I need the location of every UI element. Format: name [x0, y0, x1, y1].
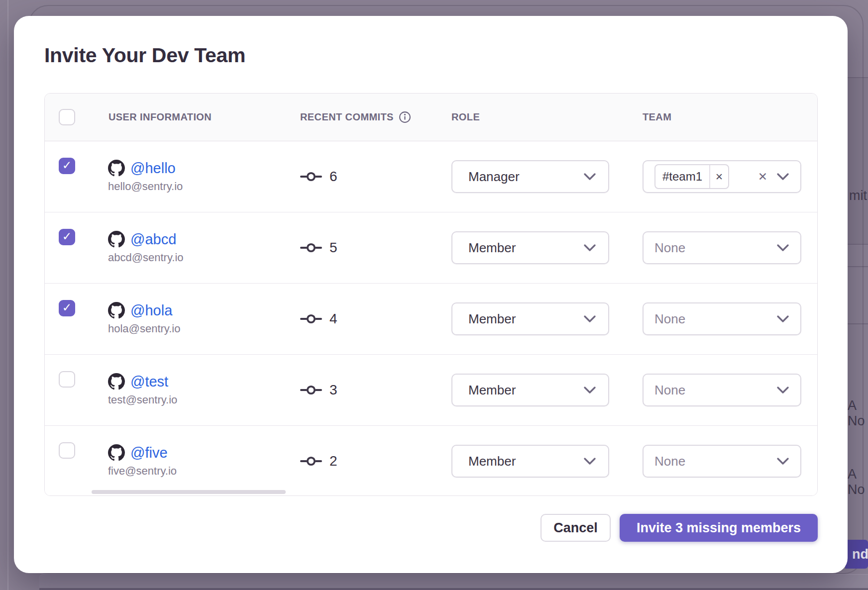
chevron-down-icon — [583, 315, 596, 323]
commit-count: 6 — [329, 169, 337, 185]
chevron-down-icon — [776, 244, 789, 252]
info-icon[interactable] — [399, 111, 411, 123]
remove-tag-icon[interactable]: ✕ — [709, 165, 728, 188]
chevron-down-icon — [776, 173, 789, 181]
table-row: ✓ @hello hello@sentry.io 6 Manager — [45, 141, 817, 212]
row-checkbox[interactable]: ✓ — [59, 442, 75, 459]
chevron-down-icon — [776, 315, 789, 323]
role-select[interactable]: Manager — [451, 160, 609, 193]
invite-dev-team-modal: Invite Your Dev Team ✓ USER INFORMATION … — [14, 16, 848, 573]
user-email: hola@sentry.io — [108, 322, 180, 335]
user-email: five@sentry.io — [108, 465, 177, 478]
user-information-cell: @hola hola@sentry.io — [108, 301, 180, 335]
team-select[interactable]: None — [643, 374, 801, 406]
backdrop-panel-edge — [7, 0, 8, 590]
backdrop-bottom-band — [39, 574, 868, 589]
row-checkbox[interactable]: ✓ — [59, 371, 75, 388]
recent-commits-cell: 5 — [300, 212, 337, 283]
backdrop-text-fragment: mit — [849, 188, 867, 203]
role-select-value: Member — [468, 311, 516, 327]
recent-commits-cell: 3 — [300, 355, 337, 425]
check-icon: ✓ — [62, 160, 72, 171]
recent-commits-cell: 2 — [300, 426, 337, 496]
cancel-button[interactable]: Cancel — [541, 514, 611, 542]
modal-title: Invite Your Dev Team — [44, 44, 245, 67]
github-username-link[interactable]: @hello — [130, 160, 176, 177]
invite-members-button[interactable]: Invite 3 missing members — [620, 514, 818, 542]
github-icon — [108, 231, 125, 248]
team-select-value: None — [654, 240, 685, 256]
user-email: abcd@sentry.io — [108, 251, 184, 264]
column-header-recent-commits: RECENT COMMITS — [300, 94, 411, 141]
column-header-role: ROLE — [451, 94, 480, 141]
clear-selection-icon[interactable]: ✕ — [758, 170, 767, 184]
table-row: ✓ @test test@sentry.io 3 Member — [45, 354, 817, 425]
chevron-down-icon — [583, 244, 596, 252]
team-select[interactable]: None — [643, 445, 801, 478]
check-icon: ✓ — [62, 231, 72, 242]
git-commit-icon — [300, 384, 322, 396]
row-checkbox[interactable]: ✓ — [59, 158, 75, 174]
github-username-link[interactable]: @hola — [130, 302, 172, 319]
git-commit-icon — [300, 312, 322, 325]
horizontal-scrollbar-thumb[interactable] — [92, 490, 286, 494]
commit-count: 3 — [329, 382, 337, 398]
team-tag: #team1 ✕ — [654, 164, 729, 189]
chevron-down-icon — [583, 457, 596, 465]
chevron-down-icon — [776, 457, 789, 465]
role-select[interactable]: Member — [451, 231, 609, 264]
chevron-down-icon — [776, 386, 789, 394]
recent-commits-cell: 4 — [300, 284, 337, 354]
commit-count: 2 — [329, 453, 337, 469]
role-select[interactable]: Member — [451, 374, 609, 406]
backdrop-bottom-strip — [39, 588, 868, 590]
role-select[interactable]: Member — [451, 445, 609, 478]
row-checkbox[interactable]: ✓ — [59, 229, 75, 245]
team-select-value: None — [654, 454, 685, 469]
user-information-cell: @five five@sentry.io — [108, 444, 177, 478]
column-header-team: TEAM — [643, 94, 671, 141]
table-row: ✓ @abcd abcd@sentry.io 5 Member — [45, 212, 817, 283]
backdrop-button-fragment: nd — [845, 540, 868, 569]
team-tag-label: #team1 — [655, 165, 709, 188]
role-select-value: Manager — [468, 169, 520, 185]
table-body: ✓ @hello hello@sentry.io 6 Manager — [45, 141, 817, 496]
backdrop-text-fragment: A No — [848, 398, 868, 429]
role-select-value: Member — [468, 240, 516, 256]
user-information-cell: @abcd abcd@sentry.io — [108, 230, 184, 264]
team-select[interactable]: #team1 ✕ ✕ — [643, 160, 801, 193]
check-icon: ✓ — [62, 302, 72, 313]
team-select-value: None — [654, 383, 685, 398]
user-email: test@sentry.io — [108, 393, 177, 406]
github-username-link[interactable]: @abcd — [130, 231, 176, 248]
row-checkbox[interactable]: ✓ — [59, 300, 75, 316]
github-icon — [108, 302, 125, 319]
git-commit-icon — [300, 241, 322, 254]
chevron-down-icon — [583, 386, 596, 394]
role-select[interactable]: Member — [451, 302, 609, 335]
commit-count: 4 — [329, 311, 337, 327]
team-select[interactable]: None — [643, 302, 801, 335]
git-commit-icon — [300, 455, 322, 468]
github-icon — [108, 444, 125, 461]
table-row: ✓ @five five@sentry.io 2 Member — [45, 425, 817, 496]
role-select-value: Member — [468, 454, 516, 469]
column-header-user-information: USER INFORMATION — [108, 94, 212, 141]
select-all-checkbox[interactable]: ✓ — [59, 109, 75, 125]
commit-count: 5 — [329, 240, 337, 256]
invite-table: ✓ USER INFORMATION RECENT COMMITS ROLE T… — [44, 93, 818, 496]
user-information-cell: @hello hello@sentry.io — [108, 159, 183, 193]
github-icon — [108, 373, 125, 390]
table-header: ✓ USER INFORMATION RECENT COMMITS ROLE T… — [45, 94, 817, 141]
github-icon — [108, 160, 125, 177]
team-select-value: None — [654, 311, 685, 327]
user-email: hello@sentry.io — [108, 180, 183, 193]
github-username-link[interactable]: @test — [130, 374, 168, 390]
backdrop-text-fragment: A No — [848, 467, 868, 497]
team-select[interactable]: None — [643, 231, 801, 264]
github-username-link[interactable]: @five — [130, 445, 168, 461]
git-commit-icon — [300, 170, 322, 183]
table-row: ✓ @hola hola@sentry.io 4 Member — [45, 283, 817, 354]
user-information-cell: @test test@sentry.io — [108, 373, 177, 406]
chevron-down-icon — [583, 173, 596, 181]
